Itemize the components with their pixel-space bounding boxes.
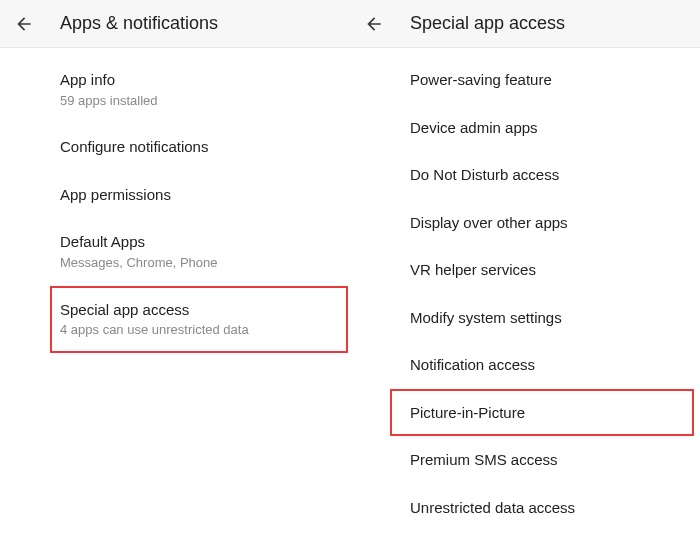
item-app-info[interactable]: App info 59 apps installed [0, 56, 350, 123]
item-title: App info [60, 70, 350, 90]
item-title: Notification access [410, 355, 700, 375]
header-left: Apps & notifications [0, 0, 350, 48]
page-title-left: Apps & notifications [60, 13, 218, 34]
item-subtitle: 59 apps installed [60, 93, 350, 110]
settings-list-left: App info 59 apps installed Configure not… [0, 48, 350, 353]
item-modify-system-settings[interactable]: Modify system settings [350, 294, 700, 342]
item-picture-in-picture[interactable]: Picture-in-Picture [390, 389, 694, 437]
item-title: VR helper services [410, 260, 700, 280]
header-right: Special app access [350, 0, 700, 48]
back-arrow-icon[interactable] [364, 14, 384, 34]
item-dnd-access[interactable]: Do Not Disturb access [350, 151, 700, 199]
item-unrestricted-data[interactable]: Unrestricted data access [350, 484, 700, 532]
page-title-right: Special app access [410, 13, 565, 34]
item-title: Unrestricted data access [410, 498, 700, 518]
item-title: Special app access [60, 300, 346, 320]
back-arrow-icon[interactable] [14, 14, 34, 34]
item-title: Power-saving feature [410, 70, 700, 90]
item-display-over-apps[interactable]: Display over other apps [350, 199, 700, 247]
item-power-saving[interactable]: Power-saving feature [350, 56, 700, 104]
item-title: Premium SMS access [410, 450, 700, 470]
item-notification-access[interactable]: Notification access [350, 341, 700, 389]
item-app-permissions[interactable]: App permissions [0, 171, 350, 219]
special-app-access-panel: Special app access Power-saving feature … [350, 0, 700, 541]
item-title: Modify system settings [410, 308, 700, 328]
item-premium-sms[interactable]: Premium SMS access [350, 436, 700, 484]
item-default-apps[interactable]: Default Apps Messages, Chrome, Phone [0, 218, 350, 285]
settings-list-right: Power-saving feature Device admin apps D… [350, 48, 700, 531]
item-vr-helper[interactable]: VR helper services [350, 246, 700, 294]
item-subtitle: Messages, Chrome, Phone [60, 255, 350, 272]
item-title: Display over other apps [410, 213, 700, 233]
item-special-app-access[interactable]: Special app access 4 apps can use unrest… [50, 286, 348, 353]
item-configure-notifications[interactable]: Configure notifications [0, 123, 350, 171]
item-title: Default Apps [60, 232, 350, 252]
item-title: App permissions [60, 185, 350, 205]
item-title: Configure notifications [60, 137, 350, 157]
apps-notifications-panel: Apps & notifications App info 59 apps in… [0, 0, 350, 541]
item-title: Picture-in-Picture [410, 403, 692, 423]
item-title: Do Not Disturb access [410, 165, 700, 185]
item-title: Device admin apps [410, 118, 700, 138]
item-device-admin[interactable]: Device admin apps [350, 104, 700, 152]
item-subtitle: 4 apps can use unrestricted data [60, 322, 346, 339]
